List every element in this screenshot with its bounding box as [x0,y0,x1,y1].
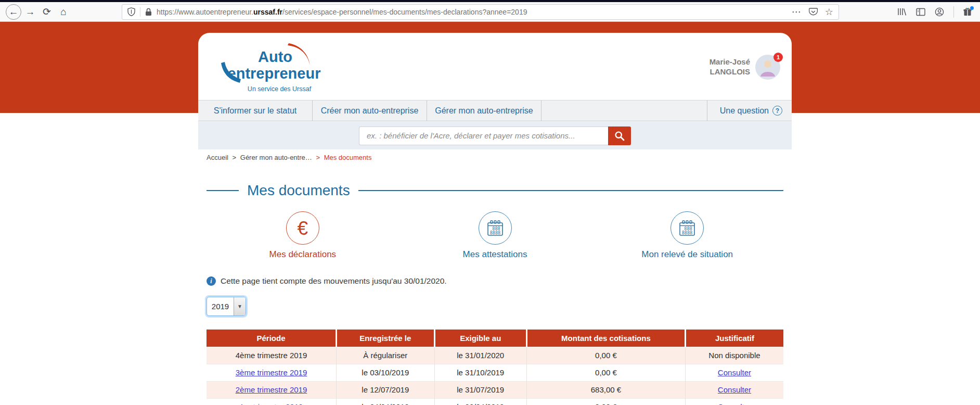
cell-justificatif: Consulter [685,398,783,405]
cell-justificatif: Non disponible [685,347,783,364]
notification-dot [970,6,974,10]
cell-justificatif-link[interactable]: Consulter [718,368,751,377]
whats-new-gift-icon[interactable] [963,8,972,16]
title-rule-right [358,190,783,191]
cell-justificatif-link[interactable]: Consulter [718,385,751,394]
sidebar-toggle-icon[interactable] [916,8,925,16]
pocket-icon[interactable] [809,8,818,16]
reload-button[interactable]: ⟳ [38,4,55,20]
urlbar-divider [140,7,140,17]
notification-badge: 1 [773,53,783,62]
user-account[interactable]: Marie-José LANGLOIS 1 [710,55,780,80]
search-icon [614,131,625,141]
cell-exigible: le 31/10/2019 [434,364,526,381]
nav-item-creer[interactable]: Créer mon auto-entreprise [313,100,427,121]
tab-mes-declarations[interactable]: € Mes déclarations [207,211,399,260]
info-text: Cette page tient compte des mouvements j… [221,276,447,286]
cell-montant: 0,00 € [526,398,685,405]
year-select-value: 2019 [207,297,234,315]
url-text: https://www.autoentrepreneur.urssaf.fr/s… [157,8,787,16]
cell-exigible: le 31/07/2019 [434,381,526,398]
toolbar-separator [953,6,954,18]
tab-mes-attestations[interactable]: 8888888 Mes attestations [399,211,591,260]
user-name: Marie-José LANGLOIS [710,57,750,77]
table-row: 3ème trimestre 2019le 03/10/2019le 31/10… [207,364,783,381]
site-card: Auto entrepreneur Un service des Urssaf … [198,33,792,405]
cell-periode-link[interactable]: 2ème trimestre 2019 [236,385,307,394]
tracking-shield-icon[interactable] [127,7,135,16]
lock-icon[interactable] [145,8,152,16]
table-body: 4ème trimestre 2019À régulariserle 31/01… [207,347,783,405]
back-button[interactable]: ← [5,4,22,20]
calendar-icon: 8888888 [678,219,697,237]
main-nav: S'informer sur le statut Créer mon auto-… [198,100,792,121]
cell-periode: 4ème trimestre 2019 [207,347,337,364]
search-band [198,122,792,149]
tab-mon-releve-de-situation[interactable]: 8888888 Mon relevé de situation [591,211,783,260]
table-row: 2ème trimestre 2019le 12/07/2019le 31/07… [207,381,783,398]
document-tabs: € Mes déclarations 8888888 Mes attestati… [207,211,783,260]
cell-justificatif: Consulter [685,364,783,381]
svg-text:entrepreneur: entrepreneur [228,65,321,82]
declarations-table: Période Enregistrée le Exigible au Monta… [207,330,783,405]
table-row: 1er trimestre 2019le 04/04/2019le 30/04/… [207,398,783,405]
breadcrumb-gerer[interactable]: Gérer mon auto-entre… [240,154,312,161]
cell-enregistree: le 03/10/2019 [337,364,435,381]
account-icon[interactable] [935,7,944,17]
svg-text:Auto: Auto [258,48,292,65]
page-actions-icon[interactable]: ⋯ [792,6,802,18]
page-title: Mes documents [247,182,350,199]
library-icon[interactable] [897,7,907,16]
table-header-row: Période Enregistrée le Exigible au Monta… [207,330,783,347]
cell-periode-link[interactable]: 1er trimestre 2019 [240,402,303,405]
bookmark-star-icon[interactable]: ☆ [825,6,833,18]
svg-text:Un service des Urssaf: Un service des Urssaf [248,85,312,93]
address-bar[interactable]: https://www.autoentrepreneur.urssaf.fr/s… [122,4,839,20]
breadcrumb-current: Mes documents [324,154,372,161]
cell-periode: 1er trimestre 2019 [207,398,337,405]
calendar-icon: 8888888 [486,219,505,237]
cell-montant: 0,00 € [526,347,685,364]
cell-montant: 683,00 € [526,381,685,398]
svg-text:8888: 8888 [489,230,500,235]
col-justificatif: Justificatif [685,330,783,347]
col-exigible: Exigible au [434,330,526,347]
col-periode: Période [207,330,337,347]
nav-item-sinformer[interactable]: S'informer sur le statut [198,100,313,121]
search-button[interactable] [608,126,631,145]
site-logo[interactable]: Auto entrepreneur Un service des Urssaf [213,41,332,100]
col-enregistree: Enregistrée le [337,330,435,347]
avatar[interactable]: 1 [755,55,780,80]
nav-item-gerer[interactable]: Gérer mon auto-entreprise [427,100,541,121]
info-icon: i [207,276,216,286]
search-input[interactable] [359,126,608,145]
cell-enregistree: le 04/04/2019 [337,398,435,405]
year-select[interactable]: 2019 ▼ [207,297,246,316]
svg-text:8888: 8888 [682,230,692,235]
cell-exigible: le 30/04/2019 [434,398,526,405]
cell-enregistree: À régulariser [337,347,435,364]
cell-montant: 0,00 € [526,364,685,381]
title-rule-left [207,190,239,191]
cell-enregistree: le 12/07/2019 [337,381,435,398]
question-mark-icon: ? [772,106,782,116]
col-montant: Montant des cotisations [526,330,685,347]
cell-periode: 2ème trimestre 2019 [207,381,337,398]
cell-justificatif: Consulter [685,381,783,398]
browser-toolbar: ← → ⟳ ⌂ https://www.autoentrepreneur.urs… [0,2,980,22]
chevron-down-icon: ▼ [234,297,246,315]
cell-periode: 3ème trimestre 2019 [207,364,337,381]
cell-justificatif-link[interactable]: Consulter [718,402,751,405]
page-background: Auto entrepreneur Un service des Urssaf … [0,22,980,404]
forward-button[interactable]: → [22,4,38,20]
breadcrumb-accueil[interactable]: Accueil [207,154,228,161]
euro-icon: € [298,219,308,238]
breadcrumb: Accueil > Gérer mon auto-entre… > Mes do… [207,154,783,161]
home-button[interactable]: ⌂ [55,4,72,20]
nav-help[interactable]: Une question ? [707,100,792,121]
cell-exigible: le 31/01/2020 [434,347,526,364]
table-row: 4ème trimestre 2019À régulariserle 31/01… [207,347,783,364]
cell-periode-link[interactable]: 3ème trimestre 2019 [236,368,307,377]
